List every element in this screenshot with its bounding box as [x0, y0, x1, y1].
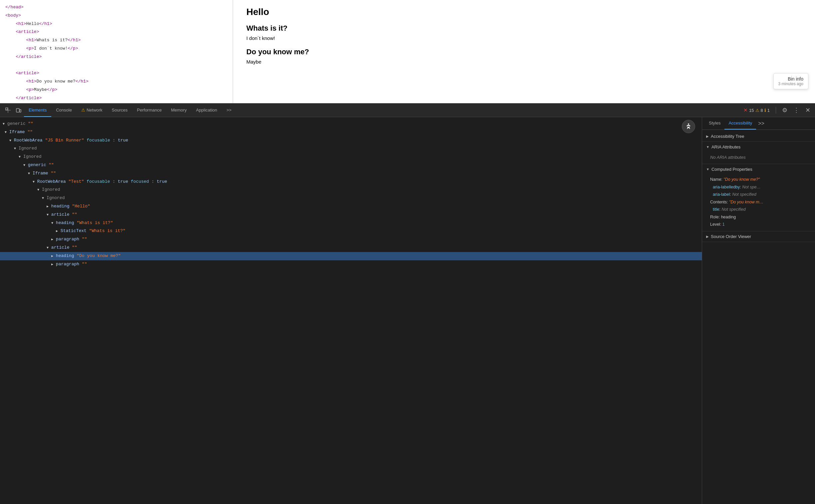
tree-node-paragraph1[interactable]: paragraph "": [0, 235, 702, 244]
tab-console-label: Console: [56, 108, 72, 113]
tree-node-generic2[interactable]: generic "": [0, 161, 702, 169]
svg-rect-3: [16, 109, 19, 112]
tree-expand-icon: [5, 129, 7, 134]
tree-node-val1: true: [118, 179, 128, 184]
tab-network[interactable]: ⚠ Network: [77, 104, 107, 117]
tab-sources[interactable]: Sources: [107, 104, 133, 117]
section-source-order-viewer: Source Order Viewer: [702, 231, 815, 242]
tree-node-heading-hello[interactable]: heading "Hello": [0, 202, 702, 211]
tree-node-ignored3[interactable]: Ignored: [0, 186, 702, 194]
accessibility-toggle-button[interactable]: [682, 120, 695, 133]
tree-node-string: "": [82, 262, 87, 267]
rendered-p-1: I don´t know!: [246, 35, 802, 41]
tree-node-label: article: [51, 245, 70, 250]
accessibility-tree-header[interactable]: Accessibility Tree: [702, 131, 815, 141]
inspect-element-button[interactable]: [3, 106, 13, 115]
tree-node-string: "": [82, 237, 87, 242]
network-warn-icon: ⚠: [81, 108, 85, 113]
bin-info-popup: Bin info 3 minutes ago: [773, 73, 808, 89]
aria-attributes-body: No ARIA attributes: [702, 152, 815, 164]
right-tab-more-button[interactable]: >>: [756, 121, 766, 126]
tree-node-string: "": [72, 212, 77, 217]
close-devtools-button[interactable]: ✕: [803, 105, 812, 115]
tree-node-iframe1[interactable]: Iframe "": [0, 128, 702, 136]
accessibility-tree-panel[interactable]: generic "" Iframe "" RootWebArea "JS Bin…: [0, 117, 702, 504]
aria-attributes-header[interactable]: ARIA Attributes: [702, 142, 815, 152]
settings-button[interactable]: ⚙: [780, 105, 789, 115]
tree-node-label: RootWebArea: [14, 138, 43, 143]
code-line: <article>: [5, 28, 227, 36]
tree-node-article2[interactable]: article "": [0, 244, 702, 252]
tree-expand-icon: [14, 146, 16, 151]
tree-node-val2: true: [157, 179, 167, 184]
tree-expand-icon: [51, 237, 53, 242]
tree-node-prop: focusable: [87, 138, 110, 143]
tree-node-paragraph2[interactable]: paragraph "": [0, 260, 702, 269]
tab-console[interactable]: Console: [51, 104, 77, 117]
accessibility-tree-label: Accessibility Tree: [711, 134, 744, 139]
devtools-panel: Elements Console ⚠ Network Sources Perfo…: [0, 103, 815, 504]
svg-rect-0: [6, 108, 8, 110]
tree-node-string: "Whats is it?": [77, 220, 113, 225]
tab-elements[interactable]: Elements: [24, 104, 51, 117]
error-count: 15: [749, 108, 754, 113]
tree-node-string: "": [28, 121, 33, 126]
tree-node-ignored1[interactable]: Ignored: [0, 144, 702, 153]
tree-expand-icon: [23, 162, 25, 167]
warning-count: 8: [761, 108, 763, 113]
tree-node-statictext[interactable]: StaticText "Whats is it?": [0, 227, 702, 235]
rendered-p-2: Maybe: [246, 59, 802, 65]
tree-node-heading-doyouknow[interactable]: heading "Do you know me?": [0, 252, 702, 260]
tree-node-label: Ignored: [47, 195, 65, 200]
computed-properties-header[interactable]: Computed Properties: [702, 164, 815, 174]
rendered-heading-2: Whats is it?: [246, 24, 802, 33]
tree-expand-icon: [51, 262, 53, 267]
tree-node-label: Ignored: [19, 146, 37, 151]
prop-contents: Contents: "Do you know m…: [710, 198, 810, 206]
tree-expand-icon: [47, 204, 49, 209]
more-options-button[interactable]: ⋮: [791, 105, 801, 115]
tree-node-prop2: focused: [131, 179, 149, 184]
tree-expand-icon: [47, 245, 49, 250]
tab-memory-label: Memory: [171, 108, 187, 113]
error-badge[interactable]: ✕ 15 ⚠ 8 ℹ 1: [741, 107, 772, 114]
tab-performance[interactable]: Performance: [132, 104, 166, 117]
tree-node-rootwebarea2[interactable]: RootWebArea "Test" focusable : true focu…: [0, 178, 702, 186]
code-line: </article>: [5, 53, 227, 61]
tab-network-label: Network: [87, 108, 103, 113]
svg-rect-4: [20, 110, 21, 112]
code-line: <p>Maybe</p>: [5, 86, 227, 94]
tree-expand-icon: [19, 154, 21, 159]
tree-node-string: "Do you know me?": [77, 253, 121, 258]
tree-node-heading-whats[interactable]: heading "Whats is it?": [0, 219, 702, 227]
tree-expand-icon: [51, 220, 53, 225]
tree-node-ignored4[interactable]: Ignored: [0, 194, 702, 202]
accordion-arrow-icon: [706, 235, 709, 238]
tree-node-ignored2[interactable]: Ignored: [0, 153, 702, 161]
code-line: <h1>Do you know me?</h1>: [5, 78, 227, 86]
tab-memory[interactable]: Memory: [166, 104, 191, 117]
tab-sources-label: Sources: [112, 108, 128, 113]
devtools-content: generic "" Iframe "" RootWebArea "JS Bin…: [0, 117, 815, 504]
tab-application[interactable]: Application: [191, 104, 222, 117]
toggle-device-toolbar-button[interactable]: [13, 106, 24, 115]
code-line: <h1>Whats is it?</h1>: [5, 36, 227, 45]
source-order-viewer-header[interactable]: Source Order Viewer: [702, 231, 815, 242]
right-tab-styles[interactable]: Styles: [705, 117, 724, 129]
computed-properties-body: Name: "Do you know me?" aria-labelledby:…: [702, 174, 815, 231]
tree-node-string: "Hello": [72, 204, 90, 209]
tree-node-string: "": [51, 171, 56, 176]
tree-node-article1[interactable]: article "": [0, 211, 702, 219]
tree-node-generic[interactable]: generic "": [0, 120, 702, 128]
right-tab-accessibility[interactable]: Accessibility: [724, 117, 756, 129]
tree-node-iframe2[interactable]: Iframe "": [0, 169, 702, 178]
tab-application-label: Application: [196, 108, 217, 113]
tree-node-label: generic: [28, 162, 46, 167]
code-line: <h1>Hello</h1>: [5, 20, 227, 28]
tree-node-label: Iframe: [9, 129, 25, 134]
tab-more[interactable]: >>: [222, 104, 236, 117]
tree-expand-icon: [42, 195, 44, 200]
tree-expand-icon: [56, 228, 58, 233]
tree-node-rootwebarea1[interactable]: RootWebArea "JS Bin Runner" focusable : …: [0, 136, 702, 145]
right-panel-content: Accessibility Tree ARIA Attributes No AR…: [702, 130, 815, 504]
